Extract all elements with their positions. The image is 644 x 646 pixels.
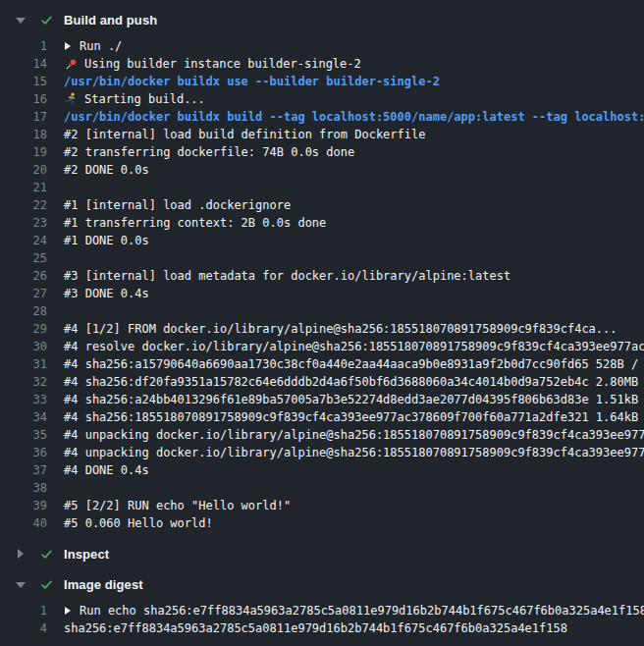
line-number[interactable]: 27: [0, 285, 47, 302]
line-number[interactable]: 31: [0, 355, 47, 373]
line-content: #1 transferring context: 2B 0.0s done: [47, 214, 644, 232]
line-content: #4 sha256:df20fa9351a15782c64e6dddb2d4a6…: [47, 373, 644, 391]
line-number[interactable]: 23: [0, 214, 47, 232]
line-number[interactable]: 39: [0, 497, 47, 514]
line-number[interactable]: 17: [0, 108, 47, 126]
line-number[interactable]: 4: [0, 619, 47, 637]
line-text: Starting build...: [84, 90, 205, 108]
line-number[interactable]: 1: [0, 37, 47, 55]
line-text: #4 sha256:a24bb4013296f61e89ba57005a7b3e…: [64, 391, 644, 408]
line-content: #5 [2/2] RUN echo "Hello world!": [47, 497, 644, 514]
chevron-down-icon[interactable]: [16, 15, 26, 25]
log-line: 1Run ./: [0, 37, 644, 55]
line-number[interactable]: 21: [0, 179, 47, 196]
line-number[interactable]: 18: [0, 126, 47, 143]
line-number[interactable]: 20: [0, 161, 47, 179]
line-content: #2 transferring dockerfile: 74B 0.0s don…: [47, 143, 644, 161]
line-number[interactable]: 35: [0, 426, 47, 444]
log-line: 1Run echo sha256:e7ff8834a5963a2785c5a08…: [0, 602, 644, 619]
line-number[interactable]: 22: [0, 196, 47, 214]
log-line: 34#4 sha256:185518070891758909c9f839cf4c…: [0, 408, 644, 426]
section-header[interactable]: Image digest: [0, 574, 644, 594]
check-icon: [39, 577, 53, 591]
line-text: Using builder instance builder-single-2: [84, 55, 361, 73]
line-number[interactable]: 16: [0, 90, 47, 108]
runner-icon: [64, 92, 78, 106]
chevron-right-icon[interactable]: [16, 549, 26, 559]
log-line: 23#1 transferring context: 2B 0.0s done: [0, 214, 644, 232]
log-line: 19#2 transferring dockerfile: 74B 0.0s d…: [0, 143, 644, 161]
line-text: sha256:e7ff8834a5963a2785c5a0811e979d16b…: [64, 619, 567, 637]
line-text: /usr/bin/docker buildx use --builder bui…: [64, 73, 440, 90]
line-number[interactable]: 25: [0, 249, 47, 267]
line-content: #4 sha256:a15790640a6690aa1730c38cf0a440…: [47, 355, 644, 373]
log-line: 35#4 unpacking docker.io/library/alpine@…: [0, 426, 644, 444]
check-icon: [39, 13, 53, 27]
section-header[interactable]: Build and push: [0, 10, 644, 29]
line-text: #4 unpacking docker.io/library/alpine@sh…: [64, 444, 644, 461]
line-text: Run ./: [80, 37, 122, 55]
line-number[interactable]: 15: [0, 73, 47, 90]
line-content: #2 [internal] load build definition from…: [47, 126, 644, 143]
line-number[interactable]: 24: [0, 232, 47, 249]
line-content: sha256:e7ff8834a5963a2785c5a0811e979d16b…: [47, 619, 644, 637]
log-line: 28: [0, 302, 644, 320]
log-line: 30#4 resolve docker.io/library/alpine@sh…: [0, 338, 644, 355]
log-line: 25: [0, 249, 644, 267]
line-number[interactable]: 40: [0, 514, 47, 532]
line-text: #1 DONE 0.0s: [64, 232, 149, 249]
line-content: #3 DONE 0.4s: [47, 285, 644, 302]
log-line: 36#4 unpacking docker.io/library/alpine@…: [0, 444, 644, 461]
line-number[interactable]: 29: [0, 320, 47, 338]
line-number[interactable]: 38: [0, 479, 47, 497]
line-text: #3 DONE 0.4s: [64, 285, 149, 302]
chevron-down-icon[interactable]: [16, 579, 26, 589]
line-content: [47, 179, 644, 196]
log-line: 17/usr/bin/docker buildx build --tag loc…: [0, 108, 644, 126]
line-text: #4 sha256:df20fa9351a15782c64e6dddb2d4a6…: [64, 373, 644, 391]
log-line: 22#1 [internal] load .dockerignore: [0, 196, 644, 214]
line-number[interactable]: 1: [0, 602, 47, 619]
run-expander-icon[interactable]: [65, 42, 71, 50]
line-text: #4 resolve docker.io/library/alpine@sha2…: [64, 338, 644, 355]
line-text: #5 0.060 Hello world!: [64, 514, 213, 532]
log-line: 21: [0, 179, 644, 196]
line-content: #4 unpacking docker.io/library/alpine@sh…: [47, 444, 644, 461]
line-content: #4 sha256:185518070891758909c9f839cf4ca3…: [47, 408, 644, 426]
pushpin-icon: [64, 57, 78, 71]
line-number[interactable]: 30: [0, 338, 47, 355]
line-text: #4 unpacking docker.io/library/alpine@sh…: [64, 426, 644, 444]
run-expander-icon[interactable]: [65, 607, 71, 615]
line-content: #2 DONE 0.0s: [47, 161, 644, 179]
log-line: 32#4 sha256:df20fa9351a15782c64e6dddb2d4…: [0, 373, 644, 391]
line-content: [47, 249, 644, 267]
line-content: #4 resolve docker.io/library/alpine@sha2…: [47, 338, 644, 355]
line-number[interactable]: 26: [0, 267, 47, 285]
line-content: #1 [internal] load .dockerignore: [47, 196, 644, 214]
line-content: [47, 479, 644, 497]
line-text: #4 sha256:185518070891758909c9f839cf4ca3…: [64, 408, 644, 426]
line-number[interactable]: 28: [0, 302, 47, 320]
log-line: 26#3 [internal] load metadata for docker…: [0, 267, 644, 285]
line-content: #4 [1/2] FROM docker.io/library/alpine@s…: [47, 320, 644, 338]
line-number[interactable]: 36: [0, 444, 47, 461]
section-title: Build and push: [64, 13, 157, 27]
section-log-body: 1Run echo sha256:e7ff8834a5963a2785c5a08…: [0, 594, 644, 646]
workflow-log-viewer: Build and push1Run ./14Using builder ins…: [0, 0, 644, 646]
line-number[interactable]: 33: [0, 391, 47, 408]
section-title: Inspect: [64, 547, 109, 562]
line-text: Run echo sha256:e7ff8834a5963a2785c5a081…: [80, 602, 644, 619]
log-line: 39#5 [2/2] RUN echo "Hello world!": [0, 497, 644, 514]
line-number[interactable]: 19: [0, 143, 47, 161]
line-number[interactable]: 34: [0, 408, 47, 426]
line-number[interactable]: 14: [0, 55, 47, 73]
section-title: Image digest: [64, 577, 143, 592]
log-line: 27#3 DONE 0.4s: [0, 285, 644, 302]
check-icon: [39, 547, 53, 561]
log-line: 20#2 DONE 0.0s: [0, 161, 644, 179]
log-line: 15/usr/bin/docker buildx use --builder b…: [0, 73, 644, 90]
line-content: #4 unpacking docker.io/library/alpine@sh…: [47, 426, 644, 444]
line-number[interactable]: 37: [0, 461, 47, 479]
line-number[interactable]: 32: [0, 373, 47, 391]
section-header[interactable]: Inspect: [0, 544, 644, 564]
